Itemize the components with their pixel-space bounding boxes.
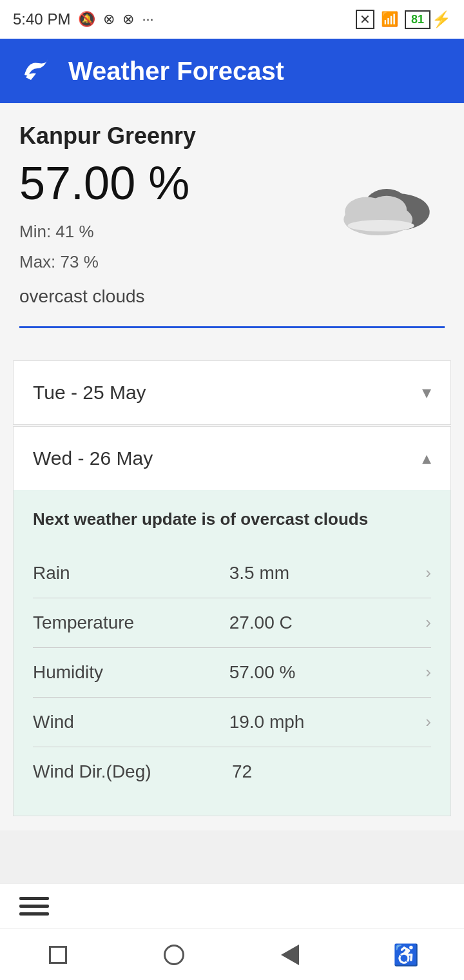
- chevron-right-icon: ›: [425, 662, 431, 682]
- nav-back-button[interactable]: [271, 936, 309, 974]
- detail-value-0: 3.5 mm: [229, 563, 426, 583]
- back-triangle-icon: [281, 945, 299, 965]
- nav-home-button[interactable]: [155, 936, 193, 974]
- weather-info: 57.00 % Min: 41 % Max: 73 % overcast clo…: [19, 160, 329, 307]
- main-weather-section: Kanpur Greenry 57.00 % Min: 41 % Max: 73…: [0, 103, 464, 360]
- at-icon1: ⊗: [103, 11, 115, 28]
- accordion-header-wed[interactable]: Wed - 26 May ▴: [14, 427, 450, 490]
- more-icon: ···: [142, 11, 153, 28]
- svg-point-5: [348, 220, 414, 231]
- status-left: 5:40 PM 🔕 ⊗ ⊗ ···: [13, 10, 154, 28]
- detail-label-2: Humidity: [33, 662, 229, 683]
- detail-value-3: 19.0 mph: [229, 712, 426, 732]
- battery-icon: 81 ⚡: [405, 10, 451, 29]
- location-name: Kanpur Greenry: [19, 122, 445, 150]
- battery-x-icon: ✕: [356, 10, 374, 29]
- tue-label: Tue - 25 May: [33, 382, 146, 404]
- weather-main: 57.00 % Min: 41 % Max: 73 % overcast clo…: [19, 160, 445, 307]
- section-divider: [19, 326, 445, 328]
- weather-icon-area: [329, 160, 445, 250]
- detail-value-2: 57.00 %: [229, 662, 426, 683]
- hamburger-line-3: [19, 912, 49, 916]
- weather-description: overcast clouds: [19, 286, 329, 307]
- wed-label: Wed - 26 May: [33, 447, 153, 469]
- alarm-icon: 🔕: [78, 11, 95, 28]
- app-logo: [19, 54, 53, 88]
- table-row[interactable]: Wind 19.0 mph ›: [33, 698, 431, 747]
- chevron-down-icon-tue: ▾: [422, 382, 431, 403]
- accordion-body-wed: Next weather update is of overcast cloud…: [14, 490, 450, 816]
- square-icon: [49, 946, 67, 964]
- table-row[interactable]: Wind Dir.(Deg) 72: [33, 747, 431, 796]
- svg-point-4: [367, 196, 407, 224]
- detail-label-4: Wind Dir.(Deg): [33, 761, 232, 782]
- hamburger-line-2: [19, 905, 49, 908]
- overcast-clouds-icon: [335, 170, 438, 240]
- circle-icon: [164, 945, 184, 965]
- accessibility-icon: ♿: [393, 943, 419, 967]
- min-label: Min: 41 %: [19, 217, 329, 247]
- detail-label-1: Temperature: [33, 612, 229, 633]
- accordion-header-tue[interactable]: Tue - 25 May ▾: [14, 361, 450, 424]
- at-icon2: ⊗: [122, 11, 134, 28]
- hamburger-line-1: [19, 897, 49, 900]
- detail-label-3: Wind: [33, 712, 229, 732]
- app-header: Weather Forecast: [0, 39, 464, 103]
- status-bar: 5:40 PM 🔕 ⊗ ⊗ ··· ✕ 📶 81 ⚡: [0, 0, 464, 39]
- max-label: Max: 73 %: [19, 247, 329, 277]
- min-value: Min: 41 % Max: 73 %: [19, 217, 329, 277]
- table-row[interactable]: Humidity 57.00 % ›: [33, 648, 431, 698]
- nav-accessibility-button[interactable]: ♿: [387, 936, 425, 974]
- next-weather-title: Next weather update is of overcast cloud…: [33, 509, 431, 529]
- forecast-section: Tue - 25 May ▾ Wed - 26 May ▴ Next weath…: [0, 360, 464, 830]
- weather-details-list: Rain 3.5 mm › Temperature 27.00 C › Humi…: [33, 549, 431, 796]
- status-right: ✕ 📶 81 ⚡: [356, 10, 451, 29]
- accordion-tue: Tue - 25 May ▾: [13, 360, 451, 425]
- humidity-display: 57.00 %: [19, 160, 329, 206]
- detail-value-4: 72: [232, 761, 431, 782]
- chevron-up-icon-wed: ▴: [422, 447, 431, 469]
- bird-logo-icon: [19, 54, 53, 88]
- detail-value-1: 27.00 C: [229, 612, 426, 633]
- android-nav-bar: ♿: [0, 928, 464, 980]
- chevron-right-icon: ›: [425, 612, 431, 632]
- bottom-menu-bar: [0, 883, 464, 928]
- app-title: Weather Forecast: [68, 57, 284, 86]
- time-display: 5:40 PM: [13, 10, 70, 28]
- charging-icon: ⚡: [432, 10, 451, 28]
- table-row[interactable]: Rain 3.5 mm ›: [33, 549, 431, 598]
- table-row[interactable]: Temperature 27.00 C ›: [33, 598, 431, 648]
- chevron-right-icon: ›: [425, 563, 431, 583]
- detail-label-0: Rain: [33, 563, 229, 583]
- chevron-right-icon: ›: [425, 712, 431, 732]
- nav-square-button[interactable]: [39, 936, 77, 974]
- wifi-icon: 📶: [381, 11, 398, 28]
- accordion-wed: Wed - 26 May ▴ Next weather update is of…: [13, 426, 451, 816]
- hamburger-menu[interactable]: [19, 897, 445, 916]
